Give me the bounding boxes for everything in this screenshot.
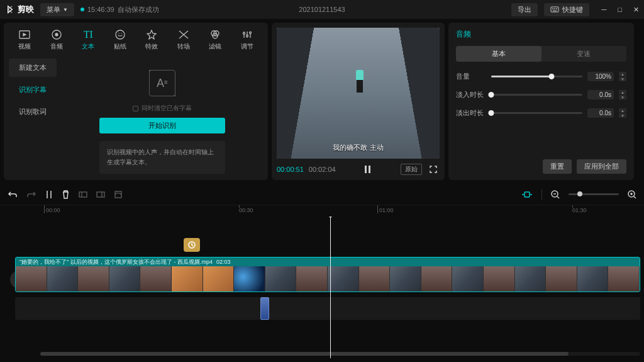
fade-out-stepper[interactable]: ▲▼ xyxy=(619,108,626,118)
delete-button[interactable] xyxy=(62,190,70,199)
preview-caption: 我的确不敢 主动 xyxy=(277,143,440,152)
redo-button[interactable] xyxy=(26,190,36,199)
subtitle-icon: A≡ xyxy=(149,70,175,96)
preview-viewport[interactable]: 我的确不敢 主动 xyxy=(277,28,440,159)
svg-rect-24 xyxy=(115,191,121,198)
tab-audio[interactable]: 音频 xyxy=(41,26,73,54)
properties-panel: 音频 基本 变速 音量 100% ▲▼ 淡入时长 0.0s ▲▼ 淡出时长 0.… xyxy=(448,23,634,180)
tool-b[interactable] xyxy=(96,191,105,198)
subtitle-description: 识别视频中的人声，并自动在时间轴上生成字幕文本。 xyxy=(99,141,225,174)
zoom-slider[interactable] xyxy=(569,193,619,195)
tab-speed[interactable]: 变速 xyxy=(541,46,627,62)
timeline-ruler[interactable]: 00:00 00:30 01:00 01:30 xyxy=(0,205,644,217)
project-title: 202101211543 xyxy=(299,6,345,13)
title-bar: 剪映 菜单 ▼ 15:46:39自动保存成功 202101211543 导出 快… xyxy=(0,0,644,19)
tab-effect[interactable]: 特效 xyxy=(136,26,168,54)
tab-text[interactable]: TI文本 xyxy=(72,26,104,54)
play-pause-button[interactable] xyxy=(362,164,374,174)
menu-button[interactable]: 菜单 ▼ xyxy=(40,3,74,16)
fade-in-row: 淡入时长 0.0s ▲▼ xyxy=(456,90,626,99)
properties-title: 音频 xyxy=(456,29,626,40)
timeline-tracks[interactable]: "她要的，我给不了" 以后的视频，这个俄罗斯女孩不会出现了 - 西瓜视频.mp4… xyxy=(0,217,644,358)
preview-panel: 我的确不敢 主动 00:00:51 00:02:04 原始 xyxy=(272,23,445,180)
fullscreen-button[interactable] xyxy=(427,164,440,174)
svg-rect-18 xyxy=(365,166,367,173)
tab-adjust[interactable]: 调节 xyxy=(231,26,264,54)
svg-point-17 xyxy=(249,32,251,34)
subtitle-panel: A≡ 同时清空已有字幕 开始识别 识别视频中的人声，并自动在时间轴上生成字幕文本… xyxy=(62,59,263,175)
media-tabs: 视频 音频 TI文本 贴纸 特效 转场 滤镜 调节 xyxy=(4,23,268,54)
total-time: 00:02:04 xyxy=(309,166,336,173)
fade-in-value[interactable]: 0.0s xyxy=(587,90,614,99)
tab-transition[interactable]: 转场 xyxy=(168,26,200,54)
svg-rect-20 xyxy=(79,192,87,197)
properties-tabs: 基本 变速 xyxy=(456,46,626,62)
svg-rect-22 xyxy=(97,192,104,197)
svg-line-32 xyxy=(634,196,636,198)
svg-rect-19 xyxy=(369,166,370,173)
tab-video[interactable]: 视频 xyxy=(9,26,41,54)
svg-point-2 xyxy=(554,9,555,9)
volume-stepper[interactable]: ▲▼ xyxy=(619,72,626,81)
svg-point-1 xyxy=(552,9,553,9)
apply-all-button[interactable]: 应用到全部 xyxy=(577,159,626,174)
tool-c[interactable] xyxy=(114,190,123,199)
close-button[interactable]: ✕ xyxy=(633,6,639,14)
start-recognize-button[interactable]: 开始识别 xyxy=(99,118,225,133)
minimize-button[interactable]: ─ xyxy=(602,6,607,14)
autosave-status: 15:46:39自动保存成功 xyxy=(80,5,159,14)
clear-existing-checkbox[interactable]: 同时清空已有字幕 xyxy=(133,104,192,113)
svg-point-15 xyxy=(243,33,245,35)
timeline-marker[interactable] xyxy=(184,238,200,252)
audio-track[interactable] xyxy=(15,297,640,320)
volume-row: 音量 100% ▲▼ xyxy=(456,72,626,81)
zoom-in-button[interactable] xyxy=(628,190,636,199)
volume-slider[interactable] xyxy=(491,76,582,77)
original-ratio-button[interactable]: 原始 xyxy=(401,164,422,175)
timeline-toolbar xyxy=(0,184,644,205)
fade-out-slider[interactable] xyxy=(491,112,582,114)
fade-out-value[interactable]: 0.0s xyxy=(587,108,614,118)
audio-clip[interactable] xyxy=(260,297,269,320)
tab-sticker[interactable]: 贴纸 xyxy=(104,26,136,54)
side-new-text[interactable]: 新建文本 xyxy=(9,59,57,77)
fade-out-row: 淡出时长 0.0s ▲▼ xyxy=(456,108,626,118)
playhead[interactable] xyxy=(330,217,331,358)
svg-line-29 xyxy=(557,196,559,198)
undo-button[interactable] xyxy=(8,190,18,199)
side-recognize-subtitle[interactable]: 识别字幕 xyxy=(9,81,57,99)
svg-point-3 xyxy=(556,9,557,9)
zoom-out-button[interactable] xyxy=(551,190,560,199)
svg-point-8 xyxy=(116,30,125,39)
tool-a[interactable] xyxy=(79,191,87,198)
hotkeys-button[interactable]: 快捷键 xyxy=(544,3,589,16)
timeline: 00:00 00:30 01:00 01:30 "她要的，我给不了" 以后的视频… xyxy=(0,184,644,358)
svg-point-16 xyxy=(246,35,248,37)
tab-basic[interactable]: 基本 xyxy=(456,46,541,62)
svg-rect-25 xyxy=(525,192,530,197)
tab-filter[interactable]: 滤镜 xyxy=(199,26,231,54)
text-side-menu: 新建文本 识别字幕 识别歌词 xyxy=(9,59,57,175)
maximize-button[interactable]: □ xyxy=(618,6,622,14)
volume-value[interactable]: 100% xyxy=(587,72,614,81)
media-panel: 视频 音频 TI文本 贴纸 特效 转场 滤镜 调节 新建文本 识别字幕 识别歌词… xyxy=(4,23,268,180)
app-logo: 剪映 xyxy=(5,4,34,15)
timeline-scrollbar[interactable] xyxy=(40,352,640,356)
reset-button[interactable]: 重置 xyxy=(543,159,572,174)
side-recognize-lyrics[interactable]: 识别歌词 xyxy=(9,103,57,121)
export-button[interactable]: 导出 xyxy=(511,3,538,16)
fade-in-slider[interactable] xyxy=(491,94,582,96)
video-track-clip[interactable]: "她要的，我给不了" 以后的视频，这个俄罗斯女孩不会出现了 - 西瓜视频.mp4… xyxy=(15,257,640,292)
current-time: 00:00:51 xyxy=(277,166,304,173)
svg-point-7 xyxy=(55,33,58,36)
snap-button[interactable] xyxy=(521,190,533,199)
fade-in-stepper[interactable]: ▲▼ xyxy=(619,90,626,99)
split-button[interactable] xyxy=(45,190,53,199)
